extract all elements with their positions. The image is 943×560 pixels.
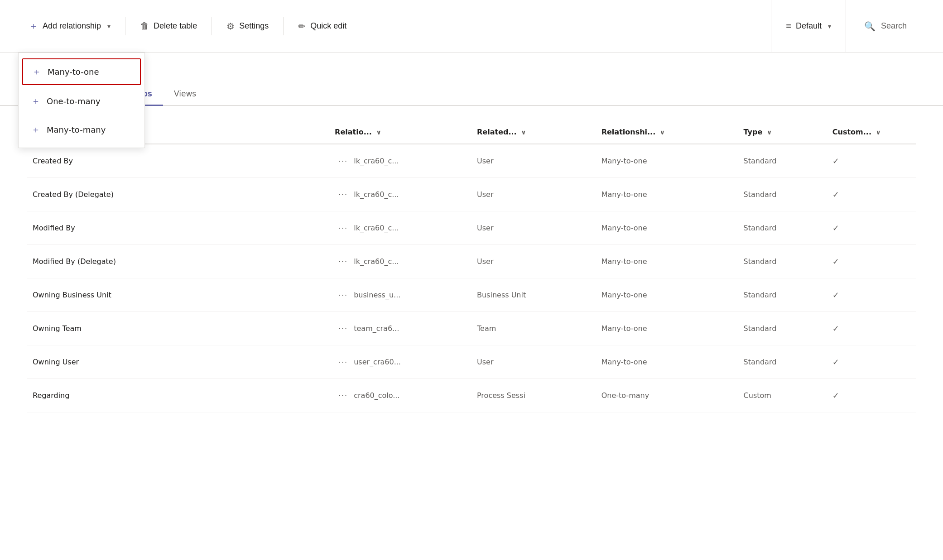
col-header-relationship[interactable]: Relationshi... ∨ — [596, 120, 738, 144]
row-type: Standard — [744, 324, 777, 333]
table-body: Created By ··· lk_cra60_c... User Many-t… — [27, 144, 916, 412]
table-row[interactable]: Owning Business Unit ··· business_u... B… — [27, 278, 916, 312]
row-ellipsis-button[interactable]: ··· — [335, 221, 351, 235]
chevron-down-icon: ▾ — [107, 23, 111, 30]
row-related: User — [477, 257, 493, 266]
add-relationship-dropdown-wrapper: ＋ Add relationship ▾ ＋ Many-to-one ＋ One… — [18, 0, 121, 53]
table-row[interactable]: Created By (Delegate) ··· lk_cra60_c... … — [27, 178, 916, 211]
cell-relationship: Many-to-one — [596, 278, 738, 312]
plus-icon: ＋ — [29, 20, 38, 32]
dropdown-item-many-to-many[interactable]: ＋ Many-to-many — [19, 115, 144, 144]
default-chevron-icon: ▾ — [828, 23, 831, 30]
check-icon: ✓ — [832, 257, 839, 266]
dropdown-item-many-to-one[interactable]: ＋ Many-to-one — [22, 58, 141, 85]
row-display-name: Modified By — [33, 224, 75, 232]
row-relationship: Many-to-one — [601, 324, 647, 333]
cell-custom: ✓ — [827, 278, 916, 312]
row-ellipsis-button[interactable]: ··· — [335, 389, 351, 402]
row-related: User — [477, 358, 493, 366]
row-type: Standard — [744, 157, 777, 165]
cell-relation: ··· cra60_colo... — [329, 379, 472, 412]
row-ellipsis-button[interactable]: ··· — [335, 188, 351, 201]
col-header-related[interactable]: Related... ∨ — [472, 120, 596, 144]
row-ellipsis-button[interactable]: ··· — [335, 255, 351, 268]
toolbar-right: ≡ Default ▾ 🔍 Search — [771, 0, 925, 53]
check-icon: ✓ — [832, 290, 839, 300]
row-relation: lk_cra60_c... — [354, 157, 399, 165]
cell-type: Custom — [738, 379, 827, 412]
row-related: User — [477, 157, 493, 165]
cell-type: Standard — [738, 144, 827, 178]
check-icon: ✓ — [832, 156, 839, 166]
cell-type: Standard — [738, 211, 827, 245]
row-display-name: Owning User — [33, 358, 79, 366]
quick-edit-label: Quick edit — [310, 21, 346, 31]
settings-label: Settings — [239, 21, 269, 31]
quick-edit-button[interactable]: ✏ Quick edit — [287, 0, 357, 53]
chevron-related: ∨ — [521, 129, 526, 136]
cell-custom: ✓ — [827, 379, 916, 412]
cell-display-name: Owning Team — [27, 312, 329, 345]
cell-type: Standard — [738, 312, 827, 345]
search-button[interactable]: 🔍 Search — [846, 0, 925, 53]
row-related: Business Unit — [477, 291, 526, 299]
table-row[interactable]: Modified By ··· lk_cra60_c... User Many-… — [27, 211, 916, 245]
settings-button[interactable]: ⚙ Settings — [216, 0, 279, 53]
add-relationship-button[interactable]: ＋ Add relationship ▾ — [18, 0, 121, 53]
cell-display-name: Created By (Delegate) — [27, 178, 329, 211]
tab-views-label: Views — [174, 89, 196, 98]
separator-2 — [212, 17, 212, 35]
cell-type: Standard — [738, 345, 827, 379]
default-view-button[interactable]: ≡ Default ▾ — [771, 0, 846, 53]
cell-display-name: Regarding — [27, 379, 329, 412]
row-relationship: Many-to-one — [601, 358, 647, 366]
table-row[interactable]: Regarding ··· cra60_colo... Process Sess… — [27, 379, 916, 412]
separator-3 — [283, 17, 284, 35]
table-row[interactable]: Owning Team ··· team_cra6... Team Many-t… — [27, 312, 916, 345]
cell-display-name: Owning Business Unit — [27, 278, 329, 312]
dropdown-item-many-to-one-label: Many-to-one — [48, 67, 99, 77]
row-ellipsis-button[interactable]: ··· — [335, 355, 351, 369]
cell-relation: ··· user_cra60... — [329, 345, 472, 379]
delete-table-label: Delete table — [154, 21, 197, 31]
add-relationship-dropdown-menu: ＋ Many-to-one ＋ One-to-many ＋ Many-to-ma… — [18, 53, 145, 148]
tab-views[interactable]: Views — [163, 83, 207, 106]
delete-table-button[interactable]: 🗑 Delete table — [129, 0, 208, 53]
row-relation: team_cra6... — [354, 324, 399, 333]
row-type: Standard — [744, 224, 777, 232]
col-header-relation[interactable]: Relatio... ∨ — [329, 120, 472, 144]
check-icon: ✓ — [832, 357, 839, 367]
dropdown-item-many-to-many-label: Many-to-many — [47, 125, 106, 134]
check-icon: ✓ — [832, 324, 839, 333]
breadcrumb: Tables › Color — [27, 63, 916, 78]
row-type: Standard — [744, 190, 777, 199]
row-display-name: Owning Business Unit — [33, 291, 111, 299]
row-relationship: Many-to-one — [601, 224, 647, 232]
cell-relation: ··· lk_cra60_c... — [329, 144, 472, 178]
cell-relationship: Many-to-one — [596, 345, 738, 379]
cell-related: User — [472, 211, 596, 245]
row-ellipsis-button[interactable]: ··· — [335, 154, 351, 168]
table-row[interactable]: Owning User ··· user_cra60... User Many-… — [27, 345, 916, 379]
row-related: Team — [477, 324, 496, 333]
add-relationship-label: Add relationship — [43, 21, 101, 31]
cell-custom: ✓ — [827, 211, 916, 245]
cell-relation: ··· business_u... — [329, 278, 472, 312]
cell-custom: ✓ — [827, 312, 916, 345]
row-ellipsis-button[interactable]: ··· — [335, 322, 351, 335]
row-relation: lk_cra60_c... — [354, 224, 399, 232]
table-row[interactable]: Modified By (Delegate) ··· lk_cra60_c...… — [27, 245, 916, 278]
col-header-type[interactable]: Type ∨ — [738, 120, 827, 144]
check-icon: ✓ — [832, 223, 839, 233]
cell-type: Standard — [738, 245, 827, 278]
relationships-table: Display name ↑ ∨ Relatio... ∨ Related...… — [27, 120, 916, 412]
row-ellipsis-button[interactable]: ··· — [335, 288, 351, 302]
dropdown-item-one-to-many[interactable]: ＋ One-to-many — [19, 87, 144, 115]
table-row[interactable]: Created By ··· lk_cra60_c... User Many-t… — [27, 144, 916, 178]
col-header-custom[interactable]: Custom... ∨ — [827, 120, 916, 144]
default-label: Default — [796, 21, 822, 31]
cell-related: Process Sessi — [472, 379, 596, 412]
row-type: Standard — [744, 291, 777, 299]
chevron-type: ∨ — [767, 129, 772, 136]
row-type: Standard — [744, 358, 777, 366]
